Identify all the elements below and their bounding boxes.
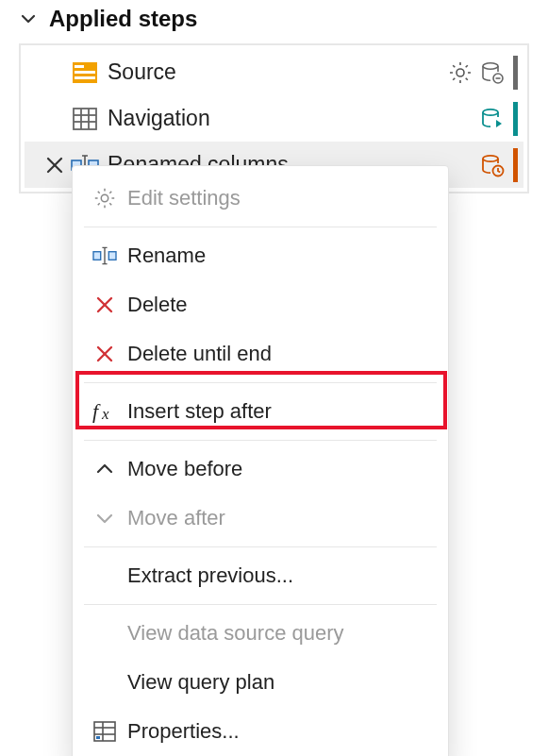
database-clock-icon[interactable] xyxy=(479,152,506,178)
svg-text:x: x xyxy=(101,405,109,423)
properties-icon xyxy=(86,718,124,745)
menu-insert-step-after[interactable]: f x Insert step after xyxy=(73,387,448,436)
menu-label: View data source query xyxy=(124,621,344,646)
menu-view-data-source-query: View data source query xyxy=(73,609,448,658)
svg-rect-2 xyxy=(75,71,95,74)
menu-label: Edit settings xyxy=(124,186,241,210)
step-actions xyxy=(447,56,518,90)
menu-label: Move after xyxy=(124,506,225,530)
chevron-down-icon xyxy=(19,9,38,28)
svg-rect-36 xyxy=(96,736,100,739)
svg-marker-14 xyxy=(496,120,502,127)
svg-point-13 xyxy=(483,109,498,114)
table-icon xyxy=(68,105,102,133)
delete-step-icon[interactable] xyxy=(42,155,68,176)
step-actions xyxy=(479,148,518,182)
database-refresh-icon[interactable] xyxy=(479,106,506,132)
fx-icon: f x xyxy=(86,399,124,424)
menu-rename[interactable]: Rename xyxy=(73,231,448,280)
menu-label: Extract previous... xyxy=(124,563,293,588)
svg-rect-8 xyxy=(74,109,96,129)
chevron-down-icon xyxy=(86,508,124,529)
menu-label: View query plan xyxy=(124,670,274,695)
menu-separator xyxy=(84,227,437,227)
rename-icon xyxy=(86,244,124,267)
svg-rect-24 xyxy=(108,252,116,260)
menu-label: Rename xyxy=(124,244,206,268)
panel-header[interactable]: Applied steps xyxy=(0,0,548,38)
x-icon xyxy=(86,294,124,315)
menu-label: Delete xyxy=(124,293,188,317)
menu-delete[interactable]: Delete xyxy=(73,280,448,329)
menu-view-query-plan[interactable]: View query plan xyxy=(73,658,448,707)
context-menu: Edit settings Rename Delete Delete until… xyxy=(72,165,449,756)
step-actions xyxy=(479,102,518,136)
x-icon xyxy=(86,344,124,364)
accent-bar xyxy=(513,56,518,90)
menu-label: Properties... xyxy=(124,719,240,744)
accent-bar xyxy=(513,102,518,136)
menu-label: Delete until end xyxy=(124,342,272,366)
menu-properties[interactable]: Properties... xyxy=(73,707,448,756)
menu-separator xyxy=(84,604,437,605)
svg-point-5 xyxy=(483,62,498,68)
step-label: Navigation xyxy=(102,106,479,131)
menu-move-after: Move after xyxy=(73,494,448,543)
gear-icon[interactable] xyxy=(447,59,473,86)
menu-move-before[interactable]: Move before xyxy=(73,445,448,494)
menu-separator xyxy=(84,546,437,547)
svg-rect-1 xyxy=(75,65,84,68)
menu-separator xyxy=(84,382,437,383)
database-remove-icon[interactable] xyxy=(479,59,506,86)
accent-bar xyxy=(513,148,518,182)
step-row-source[interactable]: Source xyxy=(25,49,523,95)
menu-label: Insert step after xyxy=(124,399,272,424)
chevron-up-icon xyxy=(86,459,124,479)
svg-text:f: f xyxy=(92,399,101,423)
step-row-navigation[interactable]: Navigation xyxy=(25,95,523,142)
menu-label: Move before xyxy=(124,457,242,481)
svg-point-4 xyxy=(457,69,464,76)
svg-rect-3 xyxy=(75,76,95,79)
gear-icon xyxy=(86,186,124,210)
menu-separator xyxy=(84,440,437,441)
svg-point-20 xyxy=(483,155,498,160)
step-label: Source xyxy=(102,59,447,85)
panel-title: Applied steps xyxy=(49,6,197,32)
menu-delete-until-end[interactable]: Delete until end xyxy=(73,329,448,378)
svg-rect-23 xyxy=(93,252,101,260)
menu-edit-settings: Edit settings xyxy=(73,174,448,223)
source-icon xyxy=(68,59,102,87)
svg-point-22 xyxy=(101,194,108,201)
menu-extract-previous[interactable]: Extract previous... xyxy=(73,551,448,600)
